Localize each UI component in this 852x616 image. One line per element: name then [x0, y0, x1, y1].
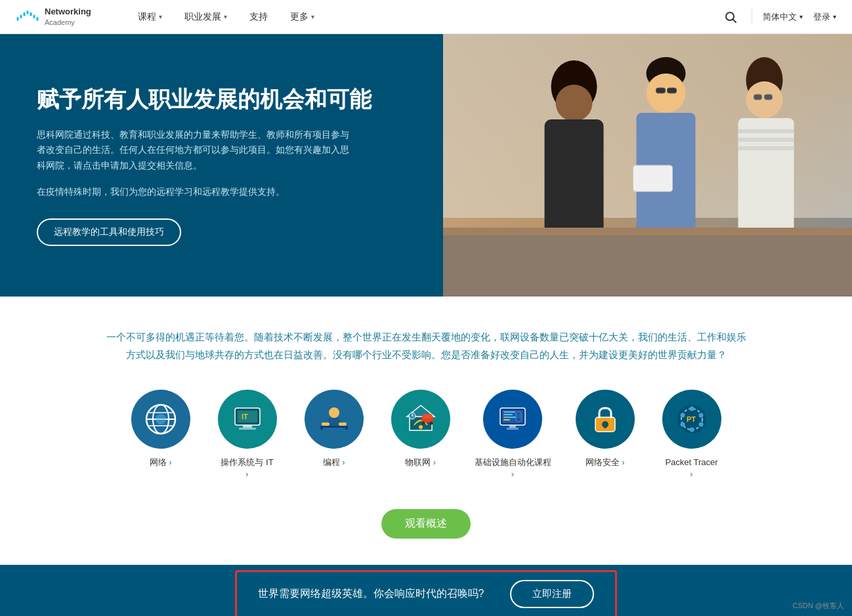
category-grid: 网络 › IT 操作系统与 IT › — [26, 390, 826, 480]
nav-support[interactable]: 支持 — [239, 0, 278, 34]
svg-rect-2 — [30, 12, 32, 16]
category-os-it[interactable]: IT 操作系统与 IT › — [215, 390, 280, 480]
svg-rect-1 — [24, 12, 26, 16]
code-icon — [316, 401, 352, 437]
svg-line-8 — [733, 20, 736, 22]
chevron-down-icon: ▾ — [224, 13, 227, 20]
svg-text:PT: PT — [687, 415, 696, 423]
svg-rect-20 — [633, 165, 672, 192]
svg-rect-60 — [503, 411, 515, 413]
hero-cta-button[interactable]: 远程教学的工具和使用技巧 — [37, 218, 181, 246]
svg-rect-62 — [503, 417, 517, 418]
watermark: CSDN @牧客人 — [793, 601, 844, 611]
svg-rect-29 — [443, 231, 852, 297]
nav-courses[interactable]: 课程 ▾ — [127, 0, 173, 34]
security-icon-circle — [576, 390, 635, 449]
globe-icon — [143, 401, 179, 437]
cisco-logo — [16, 10, 39, 24]
svg-point-54 — [429, 422, 433, 425]
svg-rect-47 — [323, 428, 345, 430]
svg-rect-44 — [322, 422, 330, 426]
nav-more[interactable]: 更多 ▾ — [280, 0, 325, 34]
infra-icon — [495, 401, 530, 437]
svg-rect-17 — [656, 88, 665, 93]
svg-rect-63 — [503, 419, 510, 421]
hero-description: 思科网院通过科技、教育和职业发展的力量来帮助学生、教师和所有项目参与者改变自己的… — [37, 127, 352, 174]
brand-line1: Networking — [45, 7, 91, 18]
header-divider — [752, 9, 752, 25]
lock-icon — [587, 401, 623, 437]
code-icon-circle — [305, 390, 364, 449]
login-button[interactable]: 登录 ▾ — [813, 11, 836, 23]
middle-section: 一个不可多得的机遇正等待着您。随着技术不断发展，整个世界正在发生翻天覆地的变化，… — [0, 297, 852, 565]
svg-rect-45 — [339, 422, 347, 426]
arrow-icon: › — [622, 457, 624, 467]
svg-rect-65 — [517, 413, 521, 419]
chevron-down-icon: ▾ — [799, 13, 803, 20]
svg-rect-27 — [738, 138, 794, 142]
arrow-icon: › — [245, 469, 248, 479]
category-infra[interactable]: 基础设施自动化课程 › — [475, 390, 551, 480]
category-security[interactable]: 网络安全 › — [572, 390, 638, 480]
svg-text:IT: IT — [242, 413, 248, 421]
arrow-icon: › — [169, 457, 171, 467]
brand-line2: Academy — [45, 18, 91, 27]
svg-rect-26 — [738, 129, 794, 133]
header-right: 简体中文 ▾ 登录 ▾ — [720, 7, 836, 28]
search-button[interactable] — [720, 7, 741, 28]
svg-rect-41 — [239, 428, 256, 430]
svg-rect-66 — [509, 425, 516, 428]
chevron-down-icon: ▾ — [159, 13, 162, 20]
svg-rect-3 — [20, 14, 22, 18]
svg-point-77 — [680, 422, 685, 427]
nav-career[interactable]: 职业发展 ▾ — [174, 0, 238, 34]
category-infra-label: 基础设施自动化课程 › — [475, 457, 551, 480]
language-selector[interactable]: 简体中文 ▾ — [763, 11, 803, 23]
svg-rect-67 — [507, 428, 519, 430]
hero-left: 赋予所有人职业发展的机会和可能 思科网院通过科技、教育和职业发展的力量来帮助学生… — [0, 34, 443, 297]
category-programming-label: 编程 › — [323, 457, 345, 468]
arrow-icon: › — [433, 457, 436, 467]
cta-outline-box: 世界需要网络超级英雄。你会响应时代的召唤吗? 立即注册 — [235, 570, 618, 616]
svg-rect-28 — [738, 146, 794, 150]
svg-point-16 — [646, 73, 685, 113]
hero-title: 赋予所有人职业发展的机会和可能 — [37, 85, 406, 113]
svg-rect-5 — [17, 17, 19, 21]
svg-point-78 — [680, 413, 685, 418]
category-programming[interactable]: 编程 › — [301, 390, 367, 480]
it-icon-circle: IT — [218, 390, 277, 449]
category-iot[interactable]: 物联网 › — [388, 390, 454, 480]
svg-point-42 — [329, 407, 339, 418]
svg-point-74 — [698, 413, 703, 418]
iot-icon-circle — [391, 390, 450, 449]
pt-icon-circle: PT — [662, 390, 721, 449]
logo-text: Networking Academy — [45, 7, 91, 27]
chevron-down-icon: ▾ — [311, 13, 314, 20]
svg-point-36 — [156, 414, 166, 424]
watch-overview-button[interactable]: 观看概述 — [381, 509, 471, 539]
svg-rect-23 — [754, 94, 761, 100]
svg-rect-30 — [443, 228, 852, 236]
it-icon: IT — [230, 401, 265, 437]
svg-rect-61 — [503, 414, 513, 415]
category-network[interactable]: 网络 › — [128, 390, 194, 480]
svg-rect-4 — [33, 14, 35, 18]
category-pt[interactable]: PT Packet Tracer › — [659, 390, 725, 480]
svg-rect-18 — [667, 88, 676, 93]
svg-rect-43 — [328, 418, 340, 427]
hero-section: 赋予所有人职业发展的机会和可能 思科网院通过科技、教育和职业发展的力量来帮助学生… — [0, 34, 852, 297]
register-button[interactable]: 立即注册 — [510, 580, 594, 608]
middle-intro-text: 一个不可多得的机遇正等待着您。随着技术不断发展，整个世界正在发生翻天覆地的变化，… — [104, 328, 748, 363]
infra-icon-circle — [483, 390, 542, 449]
cta-text: 世界需要网络超级英雄。你会响应时代的召唤吗? — [258, 587, 484, 601]
svg-point-75 — [698, 422, 703, 427]
pt-icon: PT — [674, 401, 710, 437]
svg-point-53 — [421, 422, 425, 425]
header: Networking Academy 课程 ▾ 职业发展 ▾ 支持 更多 ▾ — [0, 0, 852, 34]
main-nav: 课程 ▾ 职业发展 ▾ 支持 更多 ▾ — [127, 0, 720, 34]
arrow-icon: › — [342, 457, 345, 467]
svg-point-7 — [726, 12, 734, 20]
logo-area[interactable]: Networking Academy — [16, 7, 127, 27]
svg-point-22 — [746, 81, 782, 118]
search-icon — [725, 11, 736, 23]
